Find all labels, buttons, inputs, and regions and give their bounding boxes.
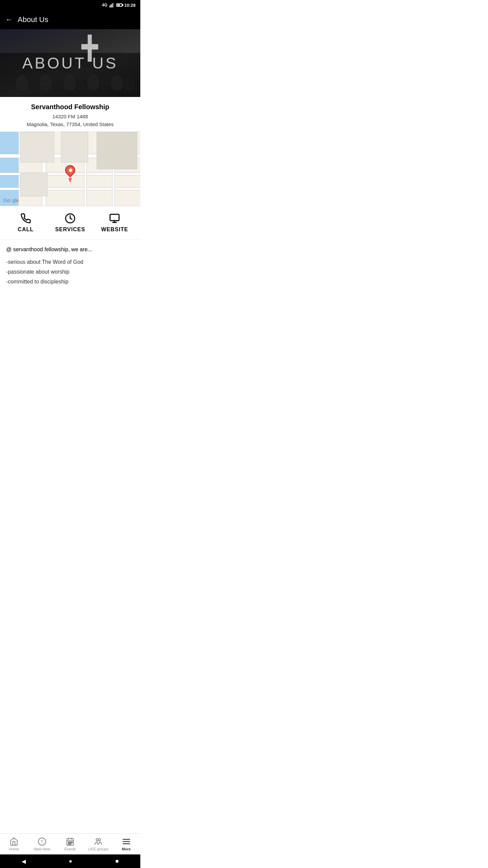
svg-point-4: [4, 78, 16, 90]
description-list: -serious about The Word of God -passiona…: [6, 257, 134, 287]
svg-point-8: [52, 77, 63, 90]
call-button[interactable]: CALL: [3, 213, 48, 233]
svg-point-14: [123, 77, 135, 90]
svg-point-6: [28, 76, 40, 90]
monitor-icon: [109, 213, 120, 224]
network-indicator: 4G: [102, 3, 107, 7]
svg-rect-0: [109, 5, 110, 7]
services-button[interactable]: SERVICES: [48, 213, 92, 233]
svg-rect-1: [110, 4, 111, 7]
call-label: CALL: [18, 226, 34, 233]
svg-point-5: [16, 75, 28, 90]
desc-point-1: -serious about The Word of God: [6, 257, 134, 267]
svg-point-13: [111, 75, 123, 90]
svg-point-9: [63, 75, 76, 90]
phone-icon: [20, 213, 31, 224]
google-logo: Google: [3, 198, 19, 203]
svg-point-11: [87, 74, 99, 90]
hero-text: ABOUT US: [22, 54, 118, 72]
website-label: WEBSITE: [101, 226, 128, 233]
svg-point-12: [99, 77, 111, 90]
svg-point-7: [40, 74, 52, 90]
church-info-section: Servanthood Fellowship 14320 FM 1488 Mag…: [0, 97, 140, 132]
page-title: About Us: [18, 15, 48, 24]
status-bar: 4G 10:28: [0, 0, 140, 10]
services-label: SERVICES: [55, 226, 85, 233]
back-button[interactable]: ←: [5, 15, 13, 24]
signal-icon: [109, 3, 114, 7]
action-buttons-row: CALL SERVICES WEBSITE: [0, 206, 140, 240]
battery-icon: [116, 3, 122, 7]
hero-banner: ABOUT US: [0, 29, 140, 97]
svg-rect-16: [110, 214, 119, 221]
description-intro: @ servanthood fellowship, we are...: [6, 246, 134, 253]
svg-rect-3: [113, 3, 114, 7]
church-address: 14320 FM 1488 Magnolia, Texas, 77354, Un…: [5, 113, 135, 128]
map-pin: [65, 165, 75, 179]
svg-rect-2: [112, 3, 113, 7]
toolbar: ← About Us: [0, 10, 140, 29]
time-display: 10:28: [124, 3, 136, 8]
desc-point-3: -committed to discipleship: [6, 277, 134, 287]
svg-point-10: [76, 76, 87, 90]
map-view[interactable]: Google: [0, 132, 140, 206]
description-section: @ servanthood fellowship, we are... -ser…: [0, 240, 140, 293]
church-name: Servanthood Fellowship: [5, 103, 135, 111]
website-button[interactable]: WEBSITE: [93, 213, 137, 233]
clock-icon: [65, 213, 76, 224]
desc-point-2: -passionate about worship: [6, 267, 134, 277]
map-water-area: [0, 132, 19, 206]
